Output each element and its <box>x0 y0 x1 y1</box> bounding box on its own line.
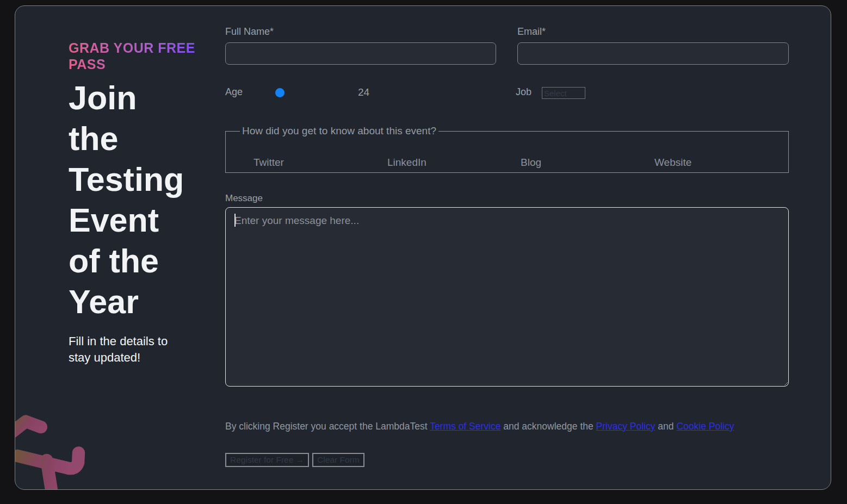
checkbox-label-linkedin[interactable]: LinkedIn <box>387 157 426 169</box>
checkbox-label-website[interactable]: Website <box>654 157 691 169</box>
page-subtitle: Fill in the details to stay updated! <box>69 333 191 366</box>
sources-legend: How did you get to know about this event… <box>240 125 438 137</box>
register-button[interactable]: Register for Free → <box>225 453 309 467</box>
age-label: Age <box>225 86 243 98</box>
terms-of-service-link[interactable]: Terms of Service <box>430 421 500 432</box>
email-input[interactable] <box>517 42 789 65</box>
message-textarea[interactable] <box>225 207 789 387</box>
job-label: Job <box>516 86 531 98</box>
privacy-policy-link[interactable]: Privacy Policy <box>596 421 656 432</box>
age-slider[interactable] <box>260 88 366 98</box>
registration-card: GRAB YOUR FREE PASS Join the Testing Eve… <box>15 5 831 490</box>
eyebrow-heading: GRAB YOUR FREE PASS <box>69 40 202 72</box>
message-label: Message <box>225 193 263 204</box>
disclaimer-part2: and acknowledge the <box>500 421 596 432</box>
cookie-policy-link[interactable]: Cookie Policy <box>676 421 734 432</box>
email-label: Email* <box>517 26 546 38</box>
full-name-label: Full Name* <box>225 26 274 38</box>
disclaimer-part3: and <box>656 421 677 432</box>
disclaimer-text: By clicking Register you accept the Lamb… <box>225 421 791 432</box>
clear-form-button[interactable]: Clear Form <box>312 453 364 467</box>
full-name-input[interactable] <box>225 42 496 65</box>
checkbox-label-blog[interactable]: Blog <box>521 157 541 169</box>
age-slider-thumb[interactable] <box>275 88 285 97</box>
job-select[interactable]: Select <box>542 87 585 99</box>
lambdatest-logo-icon <box>15 404 104 490</box>
sources-fieldset: How did you get to know about this event… <box>225 125 789 173</box>
form-actions: Register for Free → Clear Form <box>225 453 364 467</box>
checkbox-label-twitter[interactable]: Twitter <box>254 157 284 169</box>
page-title: Join the Testing Event of the Year <box>69 78 180 322</box>
age-value: 24 <box>358 86 369 98</box>
disclaimer-part1: By clicking Register you accept the Lamb… <box>225 421 430 432</box>
